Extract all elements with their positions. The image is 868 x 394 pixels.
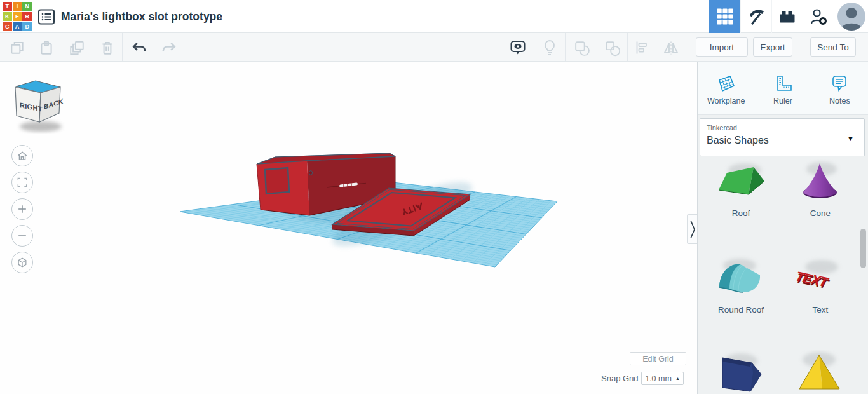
chevron-down-icon: ▼ [847,135,854,142]
chevron-right-icon [689,217,696,242]
toolbar-separator [565,33,566,61]
shape-label: Roof [706,208,776,218]
edit-grid-button[interactable]: Edit Grid [630,352,686,365]
collapse-panel-toggle[interactable] [687,214,697,244]
logo-letter: E [13,12,22,22]
caret-up-icon: ▲ [675,376,680,381]
snap-grid-label: Snap Grid [601,374,639,383]
copy-button[interactable] [8,38,27,57]
shapes-panel: Workplane Ruler Notes Tinkercad Bas [697,62,868,394]
logo-letter: A [13,22,22,31]
avatar-silhouette-icon [837,3,865,31]
logo-letter: T [3,2,12,11]
shape-tile-text[interactable]: TEXT TEXT Text [785,255,855,315]
align-icon [633,39,649,56]
notes-tool-label: Notes [829,97,850,105]
shape-tile-polygon[interactable] [706,350,776,394]
duplicate-button[interactable] [67,38,86,57]
view-cube[interactable]: RIGHT BACK [10,78,69,134]
toolbar-separator [627,33,628,61]
logo-letter: N [22,2,32,11]
export-button[interactable]: Export [753,37,792,57]
lightbulb-icon [541,39,558,57]
perspective-toggle-button[interactable] [11,252,33,273]
design-canvas[interactable]: RIGHT BACK [0,62,697,394]
ruler-tool[interactable]: Ruler [754,62,811,114]
brick-icon [778,7,797,26]
box-window-cutout [265,168,289,194]
paste-icon [38,39,55,56]
home-icon [16,149,29,162]
dashboard-grid-icon [716,8,734,25]
header: T I N K E R C A D Maria's lightbox slot … [0,0,868,33]
shape-library-select[interactable]: Tinkercad Basic Shapes ▼ [700,118,865,156]
ungroup-button[interactable] [602,38,621,57]
library-vendor: Tinkercad [707,124,858,132]
notes-tool[interactable]: Notes [811,62,868,114]
text-shape-icon: TEXT TEXT [794,255,847,305]
brick-export-button[interactable] [771,0,803,33]
toolbar-separator [689,33,689,61]
paste-button[interactable] [37,38,56,57]
mirror-button[interactable] [661,38,680,57]
redo-icon [161,39,177,56]
header-actions [709,0,868,33]
duplicate-icon [69,39,85,56]
undo-button[interactable] [130,38,149,57]
polygon-shape-icon [714,350,768,394]
snap-grid-value: 1.0 mm [645,374,672,383]
workplane-tool-label: Workplane [707,97,745,105]
toolbar-separator [534,33,534,61]
redo-button[interactable] [159,38,179,57]
home-view-button[interactable] [11,145,33,166]
logo-letter: K [3,12,12,22]
minus-icon [16,229,29,242]
shape-gallery: Roof Cone Round Ro [698,159,868,394]
fit-view-button[interactable] [11,172,33,193]
logo-letter: C [3,22,12,31]
invite-person-icon [810,8,827,25]
shape-label: Text [785,305,855,315]
list-icon [37,8,55,25]
plus-icon [16,203,29,215]
dashboard-button[interactable] [709,0,740,33]
mirror-icon [662,39,679,57]
library-name: Basic Shapes [707,135,858,146]
shape-tile-pyramid[interactable] [785,350,855,394]
trash-icon [99,39,116,56]
ungroup-icon [604,39,621,57]
box-hole [309,171,312,175]
cone-shape-icon [794,159,847,208]
perspective-cube-icon [16,256,29,269]
panel-scrollbar[interactable] [860,229,866,268]
design-properties-button[interactable] [37,8,55,25]
pyramid-shape-icon [794,350,847,394]
round-roof-shape-icon [714,255,768,305]
shape-tile-cone[interactable]: Cone [785,159,855,218]
delete-button[interactable] [98,38,117,57]
undo-icon [131,39,147,56]
show-notes-button[interactable] [508,38,527,57]
minecraft-export-button[interactable] [740,0,771,33]
design-title[interactable]: Maria's lightbox slot prototype [61,0,222,33]
shape-tile-roof[interactable]: Roof [706,159,776,218]
zoom-in-button[interactable] [11,198,33,220]
logo-letter: R [22,12,32,22]
view-cube-shadow [20,121,62,132]
tinkercad-logo[interactable]: T I N K E R C A D [3,2,32,31]
zoom-out-button[interactable] [11,225,33,247]
notes-icon [829,74,850,93]
invite-people-button[interactable] [803,0,834,33]
align-button[interactable] [632,38,651,57]
workplane-tool[interactable]: Workplane [698,62,754,114]
group-icon [573,39,590,57]
send-to-button[interactable]: Send To [810,37,856,57]
snap-grid-select[interactable]: 1.0 mm ▲ [641,372,684,385]
scene-3d[interactable] [0,62,697,394]
group-button[interactable] [572,38,591,57]
shape-label: Round Roof [706,305,776,315]
shape-tile-round-roof[interactable]: Round Roof [706,255,776,315]
avatar[interactable] [837,3,865,31]
import-button[interactable]: Import [696,37,748,57]
lightbulb-button[interactable] [540,38,559,57]
